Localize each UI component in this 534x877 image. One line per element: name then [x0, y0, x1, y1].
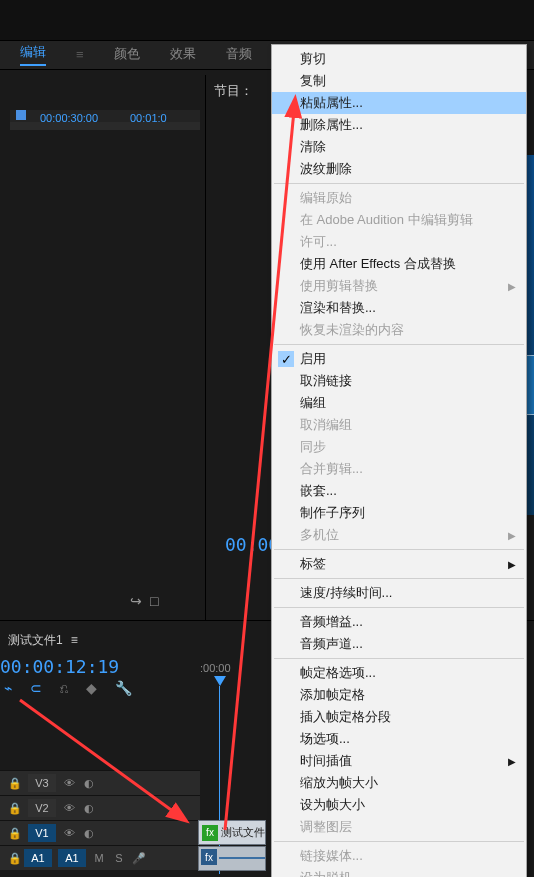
- toggle-icon[interactable]: ◐: [82, 777, 96, 790]
- menu-item[interactable]: 时间插值▶: [272, 750, 526, 772]
- menu-item[interactable]: 清除: [272, 136, 526, 158]
- menu-item[interactable]: 添加帧定格: [272, 684, 526, 706]
- menu-item-label: 帧定格选项...: [300, 664, 376, 682]
- toggle-icon[interactable]: ◐: [82, 827, 96, 840]
- menu-item[interactable]: 取消链接: [272, 370, 526, 392]
- toggle-icon[interactable]: ◐: [82, 802, 96, 815]
- menu-item[interactable]: 粘贴属性...: [272, 92, 526, 114]
- menu-item-label: 粘贴属性...: [300, 94, 363, 112]
- menu-item[interactable]: 制作子序列: [272, 502, 526, 524]
- menu-item[interactable]: 使用 After Effects 合成替换: [272, 253, 526, 275]
- track-headers: 🔒 V3 👁 ◐ 🔒 V2 👁 ◐ 🔒 V1 👁 ◐ 🔒 A1 A1 M S 🎤: [0, 720, 200, 870]
- menu-item[interactable]: 编组: [272, 392, 526, 414]
- playhead-icon[interactable]: [214, 676, 226, 686]
- lock-icon[interactable]: 🔒: [8, 777, 22, 790]
- menu-item-label: 设为帧大小: [300, 796, 365, 814]
- timeline-tools: ⌁ ⊂ ⎌ ◆ 🔧: [4, 680, 132, 696]
- menu-item[interactable]: 波纹删除: [272, 158, 526, 180]
- link-icon[interactable]: ⊂: [30, 680, 42, 696]
- tab-menu-icon[interactable]: ≡: [76, 47, 84, 62]
- menu-item-label: 合并剪辑...: [300, 460, 363, 478]
- track-label-a1[interactable]: A1: [58, 849, 86, 867]
- eye-icon[interactable]: 👁: [62, 827, 76, 839]
- menu-item-label: 音频声道...: [300, 635, 363, 653]
- eye-icon[interactable]: 👁: [62, 777, 76, 789]
- playhead-handle[interactable]: [16, 110, 26, 120]
- wrench-icon[interactable]: 🔧: [115, 680, 132, 696]
- sequence-tab[interactable]: 测试文件1 ≡: [8, 628, 78, 652]
- menu-item: 链接媒体...: [272, 845, 526, 867]
- eye-icon[interactable]: 👁: [62, 802, 76, 814]
- snap-icon[interactable]: ⌁: [4, 680, 12, 696]
- export-icon[interactable]: ↪: [130, 593, 142, 609]
- solo-icon[interactable]: S: [112, 852, 126, 864]
- tab-edit[interactable]: 编辑: [20, 43, 46, 66]
- lock-icon[interactable]: 🔒: [8, 802, 22, 815]
- menu-item[interactable]: 嵌套...: [272, 480, 526, 502]
- menu-item-label: 许可...: [300, 233, 337, 251]
- mic-icon[interactable]: 🎤: [132, 852, 146, 865]
- tab-effects[interactable]: 效果: [170, 45, 196, 63]
- menu-item[interactable]: 速度/持续时间...: [272, 582, 526, 604]
- track-label-v1[interactable]: V1: [28, 824, 56, 842]
- fx-badge-icon: fx: [201, 849, 217, 865]
- menu-item-label: 启用: [300, 350, 326, 368]
- track-label-v3[interactable]: V3: [28, 774, 56, 792]
- menu-item[interactable]: 标签▶: [272, 553, 526, 575]
- menu-item-label: 设为脱机: [300, 869, 352, 877]
- chevron-right-icon: ▶: [508, 530, 516, 541]
- track-v1[interactable]: 🔒 V1 👁 ◐: [0, 820, 200, 845]
- menu-item[interactable]: 帧定格选项...: [272, 662, 526, 684]
- lock-icon[interactable]: 🔒: [8, 852, 22, 865]
- menu-item: 使用剪辑替换▶: [272, 275, 526, 297]
- lock-icon[interactable]: 🔒: [8, 827, 22, 840]
- menu-item-label: 编组: [300, 394, 326, 412]
- sequence-menu-icon[interactable]: ≡: [71, 633, 78, 647]
- menu-item[interactable]: 复制: [272, 70, 526, 92]
- chevron-right-icon: ▶: [508, 756, 516, 767]
- tab-audio[interactable]: 音频: [226, 45, 252, 63]
- menu-item: 调整图层: [272, 816, 526, 838]
- menu-item-label: 取消链接: [300, 372, 352, 390]
- menu-item-label: 波纹删除: [300, 160, 352, 178]
- menu-item-label: 插入帧定格分段: [300, 708, 391, 726]
- menu-item-label: 速度/持续时间...: [300, 584, 392, 602]
- menu-item-label: 使用 After Effects 合成替换: [300, 255, 456, 273]
- marker-icon[interactable]: ⎌: [60, 680, 68, 696]
- audio-clip[interactable]: fx: [198, 846, 266, 871]
- menu-item-label: 时间插值: [300, 752, 352, 770]
- menu-item[interactable]: 渲染和替换...: [272, 297, 526, 319]
- menu-item[interactable]: 缩放为帧大小: [272, 772, 526, 794]
- mute-icon[interactable]: M: [92, 852, 106, 864]
- video-clip[interactable]: fx 测试文件: [198, 820, 266, 845]
- marker-tool-icon[interactable]: ◆: [86, 680, 97, 696]
- menu-item: 同步: [272, 436, 526, 458]
- tab-color[interactable]: 颜色: [114, 45, 140, 63]
- menu-item-label: 添加帧定格: [300, 686, 365, 704]
- menu-item-label: 链接媒体...: [300, 847, 363, 865]
- track-v2[interactable]: 🔒 V2 👁 ◐: [0, 795, 200, 820]
- workspace-tabs: 编辑 ≡ 颜色 效果 音频: [0, 40, 252, 68]
- menu-item[interactable]: 音频增益...: [272, 611, 526, 633]
- menu-item: 取消编组: [272, 414, 526, 436]
- menu-item-label: 复制: [300, 72, 326, 90]
- menu-item[interactable]: 场选项...: [272, 728, 526, 750]
- menu-item-label: 恢复未渲染的内容: [300, 321, 404, 339]
- track-v3[interactable]: 🔒 V3 👁 ◐: [0, 770, 200, 795]
- menu-item[interactable]: 剪切: [272, 48, 526, 70]
- timeline-timecode[interactable]: 00:00:12:19: [0, 656, 119, 677]
- menu-item[interactable]: 删除属性...: [272, 114, 526, 136]
- menu-item: 多机位▶: [272, 524, 526, 546]
- track-target-a1[interactable]: A1: [24, 849, 52, 867]
- menu-item[interactable]: ✓启用: [272, 348, 526, 370]
- menu-item-label: 制作子序列: [300, 504, 365, 522]
- share-icon[interactable]: □: [150, 593, 158, 609]
- source-ruler[interactable]: 00:00:30:00 00:01:0: [10, 110, 200, 130]
- menu-item-label: 调整图层: [300, 818, 352, 836]
- menu-item[interactable]: 音频声道...: [272, 633, 526, 655]
- menu-item: 许可...: [272, 231, 526, 253]
- track-label-v2[interactable]: V2: [28, 799, 56, 817]
- menu-item[interactable]: 设为帧大小: [272, 794, 526, 816]
- track-a1[interactable]: 🔒 A1 A1 M S 🎤: [0, 845, 200, 870]
- menu-item[interactable]: 插入帧定格分段: [272, 706, 526, 728]
